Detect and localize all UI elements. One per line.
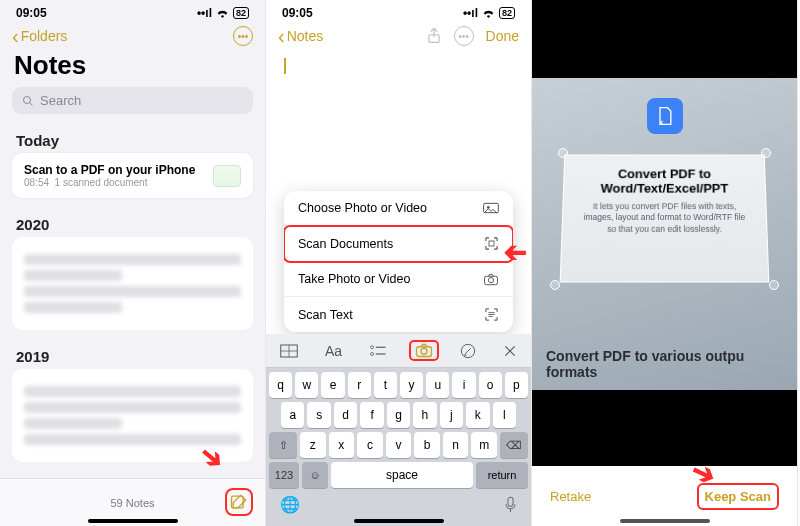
key-u[interactable]: u [426,372,449,398]
crop-handle-tr[interactable] [761,148,771,158]
keyboard: Aa qwertyuiop asdfghjkl ⇧ zxcvbnm ⌫ [266,334,531,526]
scan-review-screen: Convert PDF to Word/Text/Excel/PPT It le… [532,0,798,526]
menu-take-photo[interactable]: Take Photo or Video [284,262,513,297]
crop-overlay[interactable]: Convert PDF to Word/Text/Excel/PPT It le… [560,154,770,282]
status-time: 09:05 [16,6,47,20]
back-button[interactable]: Folders [12,26,67,46]
dictation-key-icon[interactable] [504,496,517,514]
home-indicator[interactable] [88,519,178,523]
retake-button[interactable]: Retake [550,489,591,504]
key-z[interactable]: z [300,432,326,458]
svg-point-17 [421,348,427,354]
key-k[interactable]: k [466,402,489,428]
return-key[interactable]: return [476,462,528,488]
photo-library-icon [483,201,499,215]
page-title: Notes [0,50,265,87]
more-button[interactable]: ••• [233,26,253,46]
key-m[interactable]: m [471,432,497,458]
key-n[interactable]: n [443,432,469,458]
battery-icon: 82 [233,7,249,19]
scan-document-icon [484,236,499,251]
doc-body: It lets you convert PDF files with texts… [578,201,750,235]
svg-point-8 [488,277,493,282]
home-indicator[interactable] [354,519,444,523]
key-c[interactable]: c [357,432,383,458]
search-icon [22,95,34,107]
numbers-key[interactable]: 123 [269,462,299,488]
close-toolbar-icon[interactable] [497,341,523,361]
key-x[interactable]: x [329,432,355,458]
checklist-tool-icon[interactable] [363,341,393,361]
menu-label: Scan Text [298,308,353,322]
key-h[interactable]: h [413,402,436,428]
svg-rect-6 [489,241,494,246]
note-item-blurred[interactable] [12,237,253,330]
keyboard-keys: qwertyuiop asdfghjkl ⇧ zxcvbnm ⌫ 123 ☺ s… [266,368,531,488]
menu-label: Choose Photo or Video [298,201,427,215]
note-thumbnail-icon [213,165,241,187]
note-subtitle: 08:54 1 scanned document [24,177,195,188]
text-cursor[interactable] [284,58,286,74]
back-label: Folders [21,28,68,44]
scan-preview[interactable]: Convert PDF to Word/Text/Excel/PPT It le… [532,78,797,390]
emoji-key[interactable]: ☺ [302,462,328,488]
svg-point-14 [371,352,374,355]
key-s[interactable]: s [307,402,330,428]
status-time: 09:05 [282,6,313,20]
key-v[interactable]: v [386,432,412,458]
signal-icon: ••ıl [463,6,478,20]
camera-menu-popup: Choose Photo or Video Scan Documents Tak… [284,191,513,332]
done-button[interactable]: Done [486,28,519,44]
backspace-key[interactable]: ⌫ [500,432,528,458]
key-y[interactable]: y [400,372,423,398]
svg-rect-21 [508,497,513,506]
markup-tool-icon[interactable] [454,340,482,362]
key-q[interactable]: q [269,372,292,398]
camera-tool-button[interactable] [409,340,439,361]
search-placeholder: Search [40,93,81,108]
status-icons: ••ıl 82 [463,6,515,20]
back-button[interactable]: Notes [278,26,323,46]
text-format-tool[interactable]: Aa [319,340,348,362]
key-g[interactable]: g [387,402,410,428]
home-indicator[interactable] [620,519,710,523]
key-a[interactable]: a [281,402,304,428]
key-d[interactable]: d [334,402,357,428]
more-button[interactable]: ••• [454,26,474,46]
key-f[interactable]: f [360,402,383,428]
menu-scan-text[interactable]: Scan Text [284,297,513,332]
section-today: Today [0,124,265,153]
crop-handle-tl[interactable] [558,148,568,158]
search-input[interactable]: Search [12,87,253,114]
compose-button[interactable] [225,488,253,516]
key-r[interactable]: r [348,372,371,398]
key-b[interactable]: b [414,432,440,458]
chevron-left-icon [278,26,285,46]
svg-point-0 [24,96,31,103]
globe-key-icon[interactable]: 🌐 [280,495,300,514]
key-o[interactable]: o [479,372,502,398]
crop-handle-bl[interactable] [550,280,560,290]
key-p[interactable]: p [505,372,528,398]
menu-scan-documents[interactable]: Scan Documents [284,226,513,262]
space-key[interactable]: space [331,462,473,488]
key-i[interactable]: i [452,372,475,398]
table-tool-icon[interactable] [274,341,304,361]
section-2019: 2019 [0,340,265,369]
key-j[interactable]: j [440,402,463,428]
notes-list-screen: 09:05 ••ıl 82 Folders ••• Notes Search T… [0,0,266,526]
pdf-app-icon [647,98,683,134]
key-t[interactable]: t [374,372,397,398]
svg-point-12 [371,345,374,348]
note-item[interactable]: Scan to a PDF on your iPhone 08:54 1 sca… [12,153,253,198]
key-l[interactable]: l [493,402,516,428]
battery-icon: 82 [499,7,515,19]
crop-handle-br[interactable] [769,280,779,290]
menu-choose-photo[interactable]: Choose Photo or Video [284,191,513,226]
key-e[interactable]: e [321,372,344,398]
annotation-arrow-icon: ➔ [504,237,527,270]
shift-key[interactable]: ⇧ [269,432,297,458]
menu-label: Take Photo or Video [298,272,410,286]
share-button[interactable] [426,27,442,45]
key-w[interactable]: w [295,372,318,398]
